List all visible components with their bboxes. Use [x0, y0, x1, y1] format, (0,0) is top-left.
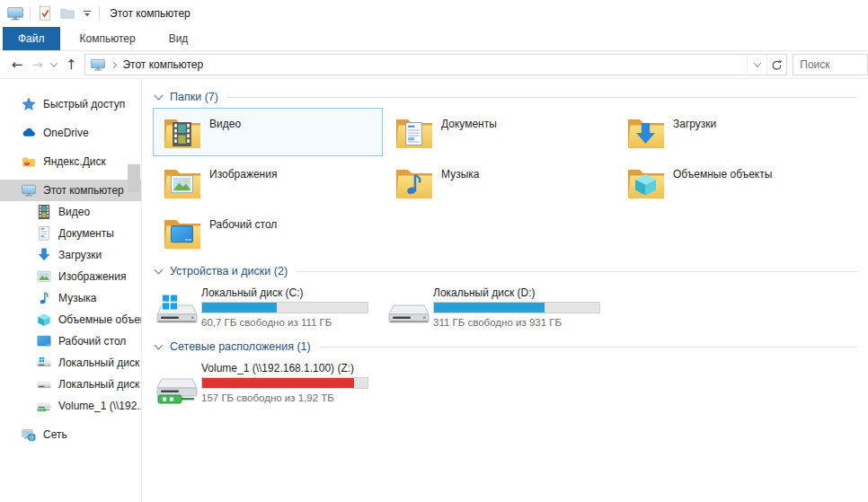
sidebar-item-this-pc[interactable]: Этот компьютер: [0, 180, 141, 201]
drive-tile-volume-1-z[interactable]: Volume_1 (\\192.168.1.100) (Z:)157 ГБ св…: [153, 357, 383, 408]
folder-name: Объемные объекты: [673, 168, 772, 206]
pictures-glyph-icon: [170, 172, 194, 197]
sidebar-item-network[interactable]: Сеть: [0, 424, 141, 445]
hard-drive-icon: [37, 377, 51, 392]
forward-button[interactable]: →: [27, 54, 47, 75]
drive-name: Volume_1 (\\192.168.1.100) (Z:): [201, 362, 368, 374]
sidebar-item-desktop[interactable]: Рабочий стол: [0, 330, 141, 352]
pictures-icon: [37, 269, 51, 284]
sidebar-item-label: Видео: [58, 206, 90, 218]
yandex-disk-icon: [22, 154, 36, 169]
sidebar-item-yandex-disk[interactable]: Яндекс.Диск: [0, 151, 141, 172]
refresh-button[interactable]: [766, 55, 786, 75]
music-glyph-icon: [402, 172, 426, 197]
breadcrumb-location[interactable]: Этот компьютер: [122, 58, 203, 71]
properties-icon: [37, 5, 53, 22]
folder-tile-music[interactable]: Музыка: [385, 158, 615, 207]
group-header-devices-and-drives[interactable]: Устройства и диски (2): [153, 262, 861, 280]
sidebar-item-label: Рабочий стол: [58, 335, 126, 348]
quick-access-star-icon: [22, 97, 36, 111]
sidebar-item-label: Volume_1 (\\192.168.1.100): [58, 400, 141, 412]
sidebar-item-pictures[interactable]: Изображения: [0, 266, 141, 287]
folder-tile-desktop[interactable]: Рабочий стол: [153, 208, 383, 257]
sidebar-scrollbar-thumb[interactable]: [128, 164, 140, 192]
sidebar-item-label: Объемные объекты: [58, 313, 141, 326]
tab-file[interactable]: Файл: [3, 27, 60, 50]
ribbon-tabs: ФайлКомпьютерВид: [0, 27, 868, 51]
folder-tile-video[interactable]: Видео: [153, 108, 383, 156]
sidebar-item-volume-1-z[interactable]: Volume_1 (\\192.168.1.100): [0, 395, 141, 417]
folder-tile-pictures[interactable]: Изображения: [153, 158, 383, 207]
address-bar-row: ← → ↑ Этот компьютер: [0, 51, 868, 79]
search-box: [793, 54, 868, 75]
drive-info: Volume_1 (\\192.168.1.100) (Z:)157 ГБ св…: [201, 358, 368, 407]
capacity-bar: [201, 377, 368, 389]
group-header-network-locations[interactable]: Сетевые расположения (1): [153, 338, 861, 356]
items-view: Папки (7)ВидеоДокументыЗагрузкиИзображен…: [142, 79, 868, 502]
capacity-bar-fill: [202, 303, 277, 313]
recent-locations-button[interactable]: [48, 54, 62, 75]
address-bar[interactable]: Этот компьютер: [84, 54, 787, 75]
this-pc-icon: [91, 57, 105, 72]
title-bar: Этот компьютер: [0, 0, 868, 27]
video-icon: [37, 205, 51, 219]
drive-name: Локальный диск (D:): [433, 286, 600, 299]
sidebar-item-documents[interactable]: Документы: [0, 223, 141, 244]
network-drive-icon: [37, 399, 51, 413]
desktop-glyph-icon: [170, 223, 194, 247]
documents-icon: [37, 226, 51, 241]
sidebar-item-label: Локальный диск (C:): [58, 357, 141, 369]
this-pc-icon: [22, 183, 36, 198]
desktop-icon: [37, 334, 51, 348]
tab-label: Вид: [169, 32, 189, 45]
group-header-line: [227, 97, 857, 98]
tab-computer[interactable]: Компьютер: [66, 27, 149, 50]
sidebar-item-local-disk-d[interactable]: Локальный диск (D:): [0, 374, 141, 395]
network-icon: [22, 427, 36, 442]
folder-tile-downloads[interactable]: Загрузки: [616, 108, 846, 156]
downloads-icon: [37, 248, 51, 262]
group-header-line: [297, 271, 857, 272]
navigation-pane: Быстрый доступOneDriveЯндекс.ДискЭтот ко…: [0, 79, 142, 502]
pictures-folder-icon: [161, 161, 204, 204]
back-button[interactable]: ←: [7, 54, 27, 75]
folder-tile-documents[interactable]: Документы: [385, 108, 615, 156]
group-grid-network-locations: Volume_1 (\\192.168.1.100) (Z:)157 ГБ св…: [153, 357, 861, 408]
sidebar-item-onedrive[interactable]: OneDrive: [0, 122, 141, 144]
drive-tile-local-disk-c[interactable]: Локальный диск (C:)60,7 ГБ свободно из 1…: [153, 282, 383, 332]
search-input[interactable]: [800, 58, 863, 71]
video-folder-icon: [161, 110, 204, 154]
sidebar-item-local-disk-c[interactable]: Локальный диск (C:): [0, 352, 141, 374]
collapse-chevron-icon: [155, 92, 164, 101]
sidebar-item-label: Изображения: [58, 270, 126, 283]
file-explorer-window: Этот компьютер ФайлКомпьютерВид ← → ↑ Эт…: [0, 0, 868, 502]
music-icon: [37, 291, 51, 305]
sidebar-item-video[interactable]: Видео: [0, 201, 141, 223]
group-title: Папки (7): [170, 91, 218, 103]
properties-button[interactable]: [37, 5, 53, 22]
network-drive-icon: [155, 369, 199, 405]
collapse-chevron-icon: [155, 341, 164, 350]
group-header-folders[interactable]: Папки (7): [153, 88, 861, 106]
customize-quick-access-toolbar-button[interactable]: [82, 9, 93, 18]
capacity-bar: [433, 302, 600, 313]
sidebar-item-label: OneDrive: [43, 127, 89, 139]
free-space-text: 311 ГБ свободно из 931 ГБ: [433, 317, 600, 328]
drive-info: Локальный диск (C:)60,7 ГБ свободно из 1…: [201, 283, 368, 331]
group-grid-devices-and-drives: Локальный диск (C:)60,7 ГБ свободно из 1…: [153, 282, 861, 332]
sidebar-item-label: Документы: [58, 227, 114, 240]
folder-name: Загрузки: [673, 118, 716, 155]
sidebar-item-3d-objects[interactable]: Объемные объекты: [0, 309, 141, 330]
drive-tile-local-disk-d[interactable]: Локальный диск (D:)311 ГБ свободно из 93…: [385, 282, 615, 332]
folder-tile-3d-objects[interactable]: Объемные объекты: [616, 158, 846, 207]
sidebar-item-downloads[interactable]: Загрузки: [0, 244, 141, 266]
address-dropdown-button[interactable]: [747, 55, 766, 75]
group-header-line: [320, 347, 857, 348]
sidebar-item-music[interactable]: Музыка: [0, 287, 141, 309]
collapse-chevron-icon: [155, 266, 164, 275]
up-button[interactable]: ↑: [61, 54, 81, 75]
sidebar-item-quick-access[interactable]: Быстрый доступ: [0, 93, 141, 115]
tab-view[interactable]: Вид: [155, 27, 202, 50]
new-folder-button[interactable]: [59, 5, 75, 22]
drive-info: Локальный диск (D:)311 ГБ свободно из 93…: [433, 283, 600, 331]
